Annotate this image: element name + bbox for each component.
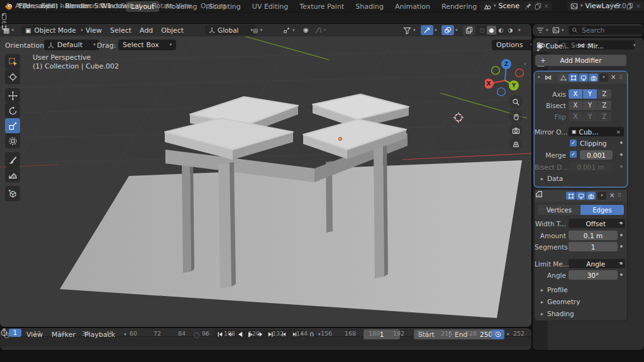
gizmo-neg-y[interactable] xyxy=(492,67,500,75)
drag-handle-icon[interactable]: ⠿ xyxy=(619,74,623,81)
duplicate-scene-icon[interactable] xyxy=(535,3,541,9)
animate-dot[interactable] xyxy=(620,234,623,236)
tool-measure[interactable] xyxy=(5,167,20,182)
outliner-search[interactable] xyxy=(569,26,644,35)
tool-annotate[interactable] xyxy=(5,152,20,167)
delete-modifier-icon[interactable]: × xyxy=(611,74,616,81)
animate-dot[interactable] xyxy=(620,273,623,276)
animate-dot[interactable] xyxy=(620,262,623,265)
menu-add[interactable]: Add xyxy=(140,26,153,35)
editor-type-button[interactable]: ▦ ▾ xyxy=(3,25,14,35)
expand-icon[interactable]: ▾ xyxy=(538,194,540,198)
limit-method-dropdown[interactable]: Angle ▾ xyxy=(569,259,625,268)
shading-rendered-button[interactable]: ◑ xyxy=(506,26,515,35)
add-modifier-button[interactable]: + Add Modifier xyxy=(535,55,626,66)
pan-view-button[interactable] xyxy=(509,109,523,123)
axis-y-button[interactable]: Y xyxy=(583,89,597,99)
chevron-down-icon[interactable]: ▾ xyxy=(507,332,509,337)
shading-wireframe-button[interactable]: ◌ xyxy=(477,26,487,35)
keying-set-icon[interactable]: ∩ xyxy=(309,330,314,338)
show-viewport-toggle[interactable] xyxy=(576,192,586,200)
shading-solid-button[interactable]: ● xyxy=(487,26,496,35)
camera-view-button[interactable] xyxy=(509,123,523,137)
drag-dropdown[interactable]: Select Box ▾ xyxy=(118,40,176,50)
workspace-tab-animation[interactable]: Animation xyxy=(390,1,435,12)
extras-dropdown[interactable]: ▾ xyxy=(599,74,608,82)
workspace-tab-uvediting[interactable]: UV Editing xyxy=(247,1,293,12)
show-render-toggle[interactable] xyxy=(586,192,596,200)
mirror-object-field[interactable]: ▣ Cub... × xyxy=(569,127,624,136)
proportional-edit-icon[interactable]: ◉ xyxy=(303,26,309,34)
chevron-down-icon[interactable]: ▾ xyxy=(518,28,521,33)
flip-z-button[interactable]: Z xyxy=(597,112,611,121)
zoom-view-button[interactable] xyxy=(509,95,523,109)
flip-x-button[interactable]: X xyxy=(569,112,583,121)
workspace-tab-texturepaint[interactable]: Texture Paint xyxy=(294,1,349,12)
bevel-panel-header[interactable]: ▾ ▾ × ⠿ xyxy=(535,190,627,202)
breadcrumb-modifier[interactable]: Mir... xyxy=(588,42,604,50)
play-reverse-button[interactable] xyxy=(235,329,245,339)
clear-object-icon[interactable]: × xyxy=(616,129,621,135)
outliner-display-mode-button[interactable]: ▾ xyxy=(552,26,564,34)
bevel-modifier-panel[interactable]: ▾ ▾ × ⠿ Vertices Edges Width T... Offset… xyxy=(535,190,627,321)
delete-modifier-icon[interactable]: × xyxy=(609,192,614,199)
width-type-dropdown[interactable]: Offset ▾ xyxy=(569,219,625,228)
extras-dropdown[interactable]: ▾ xyxy=(597,192,606,200)
clipping-checkbox[interactable]: ✓ xyxy=(570,140,577,146)
outliner-editor-type-button[interactable]: ▾ xyxy=(536,26,548,34)
workspace-tab-rendering[interactable]: Rendering xyxy=(436,1,479,12)
tool-add-cube[interactable] xyxy=(5,186,20,201)
tool-rotate[interactable] xyxy=(5,103,20,118)
segments-field[interactable]: 1 xyxy=(569,242,618,251)
record-button[interactable]: ○ xyxy=(194,331,200,339)
gizmo-neg-x[interactable] xyxy=(516,69,524,77)
remove-viewlayer-icon[interactable]: × xyxy=(636,3,641,9)
merge-checkbox[interactable]: ✓ xyxy=(570,151,577,158)
chevron-down-icon[interactable]: ▾ xyxy=(455,28,458,33)
flip-y-button[interactable]: Y xyxy=(583,112,597,121)
snap-to-dropdown[interactable]: ▾ xyxy=(283,25,295,35)
chevron-down-icon[interactable]: ▾ xyxy=(435,28,437,33)
animate-dot[interactable] xyxy=(620,141,623,144)
animate-dot[interactable] xyxy=(620,245,623,248)
tool-select-box[interactable] xyxy=(5,54,20,69)
drag-handle-icon[interactable]: ⠿ xyxy=(618,192,622,199)
sidebar-collapse-icon[interactable]: ‹ xyxy=(524,60,526,68)
geometry-section-toggle[interactable]: ▸Geometry xyxy=(541,298,580,305)
workspace-tab-shading[interactable]: Shading xyxy=(350,1,389,12)
merge-value-field[interactable]: 0.001 xyxy=(580,150,613,160)
outliner-editor[interactable]: ▾ ▾ xyxy=(533,24,644,36)
transform-orientation-dropdown[interactable]: Global ▾ xyxy=(205,25,257,35)
pivot-point-dropdown[interactable]: ◎ ▾ xyxy=(253,25,262,35)
bisect-z-button[interactable]: Z xyxy=(597,101,611,110)
show-edit-mode-toggle[interactable] xyxy=(569,74,578,82)
playhead[interactable]: 1 xyxy=(9,329,21,337)
unlink-scene-icon[interactable]: × xyxy=(544,3,549,9)
data-section-toggle[interactable]: ▸Data xyxy=(541,175,563,182)
timeline-editor[interactable]: ◷ ▾ View Marker Playback ▾ ○ ▾ ▾ ∩ ▾ 1 xyxy=(0,328,531,350)
gizmos-toggle[interactable] xyxy=(421,25,433,35)
menu-object[interactable]: Object xyxy=(161,26,184,35)
expand-icon[interactable]: ▾ xyxy=(538,75,540,80)
mirror-panel-header[interactable]: ▾ ⋈ ▾ × ⠿ xyxy=(535,72,627,84)
show-viewport-toggle[interactable] xyxy=(579,74,588,82)
show-render-toggle[interactable] xyxy=(589,74,598,82)
vertices-tab[interactable]: Vertices xyxy=(538,205,580,215)
outliner-search-input[interactable] xyxy=(580,26,633,35)
amount-field[interactable]: 0.1 m xyxy=(569,231,618,240)
visibility-filter-dropdown[interactable]: ▾ xyxy=(403,25,416,35)
edges-tab[interactable]: Edges xyxy=(580,205,624,215)
shading-material-button[interactable]: ◐ xyxy=(496,26,506,35)
viewport-editor[interactable]: User Perspective (1) Collection | Cube.0… xyxy=(0,24,531,327)
xray-toggle[interactable] xyxy=(463,25,475,35)
mirror-modifier-panel[interactable]: ▾ ⋈ ▾ × ⠿ Axis X Y Z Bisect xyxy=(535,72,627,187)
tool-move[interactable] xyxy=(5,88,20,103)
bisect-distance-field[interactable]: 0.001 m xyxy=(569,162,613,172)
orientation-dropdown[interactable]: Default ▾ xyxy=(44,40,99,50)
options-dropdown[interactable]: Options ▾ xyxy=(492,40,531,50)
animate-dot[interactable] xyxy=(620,165,623,168)
bisect-x-button[interactable]: X xyxy=(569,101,583,110)
axis-x-button[interactable]: X xyxy=(569,89,583,99)
perspective-toggle-button[interactable] xyxy=(509,137,523,151)
tool-scale[interactable] xyxy=(5,118,20,133)
